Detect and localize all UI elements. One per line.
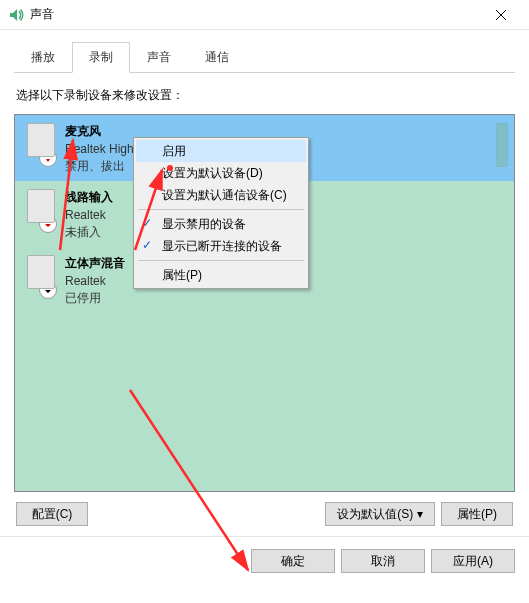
properties-button[interactable]: 属性(P) — [441, 502, 513, 526]
context-menu: 启用 设置为默认设备(D) 设置为默认通信设备(C) ✓显示禁用的设备 ✓显示已… — [133, 137, 309, 289]
linein-icon — [27, 189, 55, 223]
device-icon-col — [23, 189, 59, 233]
device-name: 线路输入 — [65, 189, 113, 206]
close-button[interactable] — [481, 1, 521, 29]
window-title: 声音 — [30, 6, 481, 23]
dialog-body: 播放 录制 声音 通信 选择以下录制设备来修改设置： 麦克风 Realtek H… — [0, 30, 529, 526]
device-name: 立体声混音 — [65, 255, 125, 272]
menu-label: 设置为默认设备(D) — [162, 165, 263, 182]
device-state: 已停用 — [65, 290, 125, 307]
menu-label: 启用 — [162, 143, 186, 160]
titlebar: 声音 — [0, 0, 529, 30]
tab-sounds[interactable]: 声音 — [130, 42, 188, 73]
menu-show-disabled[interactable]: ✓显示禁用的设备 — [136, 213, 306, 235]
tab-strip: 播放 录制 声音 通信 — [14, 42, 515, 73]
device-text: 线路输入 Realtek 未插入 — [65, 189, 113, 241]
device-state: 未插入 — [65, 224, 113, 241]
device-icon-col — [23, 123, 59, 167]
tab-communications[interactable]: 通信 — [188, 42, 246, 73]
microphone-icon — [27, 123, 55, 157]
dialog-button-row: 确定 取消 应用(A) — [0, 536, 529, 585]
device-driver: Realtek — [65, 274, 125, 288]
menu-label: 设置为默认通信设备(C) — [162, 187, 287, 204]
menu-properties[interactable]: 属性(P) — [136, 264, 306, 286]
menu-enable[interactable]: 启用 — [136, 140, 306, 162]
menu-label: 属性(P) — [162, 267, 202, 284]
menu-set-comm-default[interactable]: 设置为默认通信设备(C) — [136, 184, 306, 206]
check-icon: ✓ — [142, 238, 152, 252]
device-icon-col — [23, 255, 59, 299]
menu-label: 显示已断开连接的设备 — [162, 238, 282, 255]
check-icon: ✓ — [142, 216, 152, 230]
tab-button-row: 配置(C) 设为默认值(S) ▾ 属性(P) — [14, 502, 515, 526]
device-text: 立体声混音 Realtek 已停用 — [65, 255, 125, 307]
menu-label: 显示禁用的设备 — [162, 216, 246, 233]
device-driver: Realtek — [65, 208, 113, 222]
cancel-button[interactable]: 取消 — [341, 549, 425, 573]
instruction-text: 选择以下录制设备来修改设置： — [16, 87, 515, 104]
menu-separator — [138, 260, 304, 261]
configure-button[interactable]: 配置(C) — [16, 502, 88, 526]
tab-playback[interactable]: 播放 — [14, 42, 72, 73]
ok-button[interactable]: 确定 — [251, 549, 335, 573]
menu-show-disconnected[interactable]: ✓显示已断开连接的设备 — [136, 235, 306, 257]
tab-recording[interactable]: 录制 — [72, 42, 130, 73]
apply-button[interactable]: 应用(A) — [431, 549, 515, 573]
set-default-button[interactable]: 设为默认值(S) ▾ — [325, 502, 435, 526]
level-meter — [496, 123, 508, 167]
stereomix-icon — [27, 255, 55, 289]
menu-set-default[interactable]: 设置为默认设备(D) — [136, 162, 306, 184]
menu-separator — [138, 209, 304, 210]
device-list: 麦克风 Realtek High Definition Audio 禁用、拔出 … — [14, 114, 515, 492]
sound-appicon — [8, 7, 24, 23]
